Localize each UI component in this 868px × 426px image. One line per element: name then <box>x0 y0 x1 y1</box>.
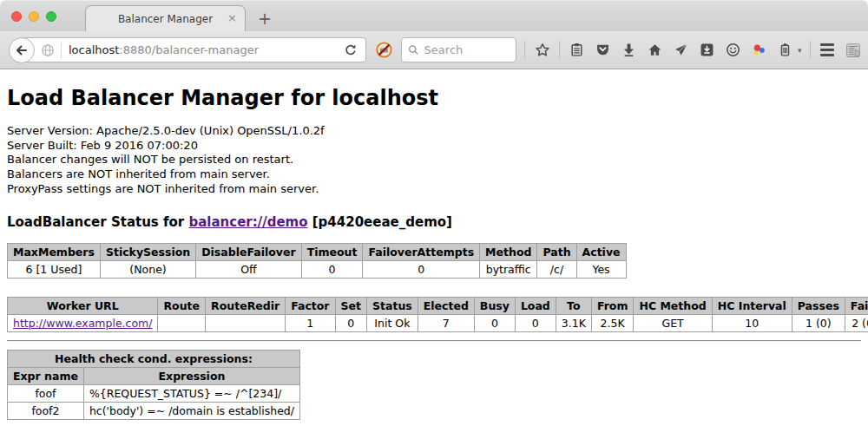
table-row: foof %{REQUEST_STATUS} =~ /^[234]/ <box>8 385 300 403</box>
table-header-row: Worker URL Route RouteRedir Factor Set S… <box>8 298 868 315</box>
toolbar-separator <box>559 41 560 59</box>
page-thumbnail-button[interactable] <box>845 40 863 61</box>
balancer-link[interactable]: balancer://demo <box>188 214 307 230</box>
toolbar-separator <box>524 41 525 59</box>
browser-tab[interactable]: Balancer Manager × <box>85 5 246 31</box>
table-header-row: Expr name Expression <box>8 368 300 385</box>
home-icon <box>648 43 662 57</box>
nav-toolbar: localhost:8880/balancer-manager <box>0 31 868 69</box>
smiley-icon <box>726 43 740 57</box>
reload-button[interactable] <box>344 43 358 57</box>
page-title: Load Balancer Manager for localhost <box>7 69 861 110</box>
emoji-extension-button[interactable] <box>724 40 742 61</box>
table-row: http://www.example.com/ 1 0 Init Ok 7 0 … <box>8 315 868 332</box>
balancer-summary-table: MaxMembers StickySession DisableFailover… <box>7 243 627 279</box>
server-info: Server Version: Apache/2.5.0-dev (Unix) … <box>7 124 861 196</box>
bookmark-star-icon <box>535 43 550 58</box>
url-text[interactable]: localhost:8880/balancer-manager <box>69 43 339 56</box>
plugin-blocked-icon <box>375 41 393 59</box>
page-thumbnail-icon <box>845 43 861 58</box>
minimize-window-button[interactable] <box>29 11 39 22</box>
balancer-status-heading: LoadBalancer Status for balancer://demo … <box>7 214 861 230</box>
home-button[interactable] <box>646 40 664 61</box>
close-window-button[interactable] <box>11 11 22 22</box>
menu-button[interactable] <box>819 40 837 61</box>
url-bar[interactable]: localhost:8880/balancer-manager <box>21 37 366 62</box>
window-controls <box>11 11 56 22</box>
pocket-icon <box>595 43 610 57</box>
table-row: foof2 hc('body') =~ /domain is establish… <box>8 403 300 420</box>
url-path: :8880/balancer-manager <box>119 43 259 56</box>
browser-window: Balancer Manager × + localhost:8880/bala… <box>0 0 868 426</box>
server-version-line: Server Version: Apache/2.5.0-dev (Unix) … <box>7 124 861 139</box>
new-tab-button[interactable]: + <box>258 10 272 27</box>
globe-icon <box>41 43 55 57</box>
search-bar[interactable] <box>401 37 516 62</box>
divider <box>7 340 861 342</box>
back-button[interactable] <box>9 37 35 63</box>
colored-dots-icon <box>752 43 766 57</box>
trash-icon <box>778 43 792 57</box>
search-input[interactable] <box>424 43 510 56</box>
health-table-title: Health check cond. expressions: <box>8 351 300 368</box>
url-domain: localhost <box>69 43 119 56</box>
download-arrow-icon <box>621 43 636 57</box>
send-tab-button[interactable] <box>672 40 690 61</box>
tab-strip: Balancer Manager × + <box>0 0 868 31</box>
search-icon <box>408 43 419 56</box>
page-content: Load Balancer Manager for localhost Serv… <box>0 69 868 426</box>
table-title-row: Health check cond. expressions: <box>8 351 300 368</box>
clipboard-icon <box>569 43 584 57</box>
table-row: 6 [1 Used] (None) Off 0 0 bytraffic /c/ … <box>8 261 627 279</box>
overflow-caret-icon[interactable]: ▾ <box>798 46 802 55</box>
url-separator <box>61 43 62 58</box>
toolbar-separator <box>810 41 811 59</box>
trash-extension-button[interactable] <box>776 40 794 61</box>
extension-download-button[interactable] <box>698 40 716 61</box>
paper-plane-icon <box>674 43 688 57</box>
proxypass-notice-line: ProxyPass settings are NOT inherited fro… <box>7 182 861 197</box>
downloads-button[interactable] <box>620 40 638 61</box>
boxed-download-icon <box>700 43 714 57</box>
back-arrow-icon <box>15 43 29 57</box>
zoom-window-button[interactable] <box>46 11 56 22</box>
reload-icon <box>344 43 358 57</box>
tab-title: Balancer Manager <box>118 13 213 25</box>
bookmark-star-button[interactable] <box>533 40 551 61</box>
table-header-row: MaxMembers StickySession DisableFailover… <box>8 244 627 261</box>
server-built-line: Server Built: Feb 9 2016 07:00:20 <box>7 139 861 154</box>
health-check-table: Health check cond. expressions: Expr nam… <box>7 350 300 420</box>
worker-table: Worker URL Route RouteRedir Factor Set S… <box>7 297 868 332</box>
pocket-button[interactable] <box>594 40 612 61</box>
worker-url-link[interactable]: http://www.example.com/ <box>13 317 152 330</box>
close-tab-icon[interactable]: × <box>227 12 237 23</box>
colored-dots-extension-button[interactable] <box>750 40 768 61</box>
hamburger-icon <box>820 43 834 46</box>
inherit-notice-line: Balancers are NOT inherited from main se… <box>7 167 861 182</box>
reading-list-button[interactable] <box>568 40 586 61</box>
persist-notice-line: Balancer changes will NOT be persisted o… <box>7 153 861 167</box>
plugin-blocked-button[interactable] <box>375 41 393 59</box>
